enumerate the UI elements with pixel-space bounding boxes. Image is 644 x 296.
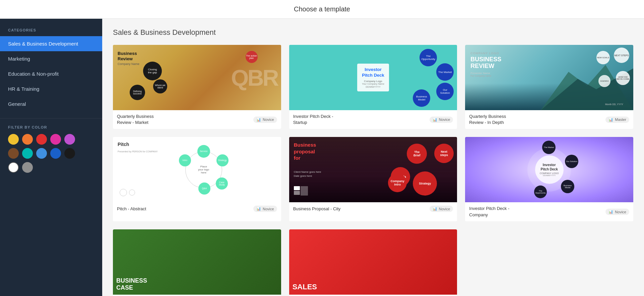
pitch-bubble-bizmodel: BusinessModel [413,89,430,107]
pitch-node-intro: Intro [179,154,191,166]
investor-node-solution: Our Solution [565,155,578,168]
color-swatch-blue-light[interactable] [36,148,47,159]
sidebar-item-sales[interactable]: Sales & Business Development [0,36,102,51]
header: Choose a template [0,0,644,19]
sidebar-item-general[interactable]: General [0,96,102,112]
level-icon-5: 📊 [433,207,437,211]
qbr-circle-action: The actionplan [246,51,258,63]
color-swatch-purple[interactable] [64,134,75,145]
template-card-info-biz-proposal: Business Proposal - City 📊 Novice [289,202,457,215]
template-thumb-qbr-indepth: COMPANY LOGO BUSINESSREVIEW Presenter Na… [465,45,633,110]
filter-label: FILTER BY COLOR [0,125,102,134]
svg-rect-3 [294,191,300,195]
pitch-bubble-solution: OurSolution [436,83,454,100]
template-thumb-sales: SALES [289,229,457,295]
sidebar-item-marketing[interactable]: Marketing [0,51,102,66]
template-thumb-investor-company: InvestorPitch Deck COMPANY LOGO DD/MM/YY… [465,137,633,202]
template-name-investor-company: Investor Pitch Deck -Company [469,206,509,218]
template-card-info-qbr-market: Quarterly BusinessReview - Market 📊 Novi… [113,110,281,129]
template-thumb-biz-proposal: Businessproposalfor Client Name goes her… [289,137,457,202]
sidebar: CATEGORIES Sales & Business Development … [0,19,102,296]
pitch-bubble-opportunity: TheOpportunity [420,49,437,66]
color-swatch-yellow[interactable] [8,134,19,145]
pitch-white-box: InvestorPitch Deck Company Logo Your Com… [357,64,389,91]
sidebar-item-education[interactable]: Education & Non-profit [0,66,102,81]
template-card-info-pitch-abstract: Pitch - Abstract 📊 Novice [113,202,281,215]
template-card-info-sales: Sales Deck 📊 Novice [289,295,457,296]
sidebar-item-hr[interactable]: HR & Training [0,81,102,96]
pitch-ring-diagram: Placeyour logohere Service Strategy Case… [185,151,222,188]
template-thumb-qbr-market: QBR BusinessReview Company Name Closingt… [113,45,281,110]
page-title: Choose a template [294,5,350,13]
template-level-biz-proposal: 📊 Novice [430,206,453,212]
template-card-sales[interactable]: SALES Sales Deck 📊 Novice [289,229,457,296]
svg-rect-4 [301,186,308,196]
qbr-depth-title-area: COMPANY LOGO BUSINESSREVIEW Presenter Na… [470,52,501,77]
template-name-qbr-indepth: Quarterly BusinessReview - In Depth [469,114,506,126]
investor-node-bizmodel: Business Model [561,180,574,193]
template-card-biz-case[interactable]: BUSINESSCASE Business Case 📊 Novice [113,229,281,296]
qbr-depth-circle-goals: NEW GOALS [596,51,610,64]
template-name-biz-proposal: Business Proposal - City [293,206,341,212]
main-layout: CATEGORIES Sales & Business Development … [0,19,644,296]
qbr-circle-closing: Closingthe gap [143,62,162,80]
investor-node-market: The Market [542,141,556,154]
pitch-node-qa: Q&A [198,182,210,195]
level-icon-4: 📊 [256,207,261,211]
template-level-investor-company: 📊 Novice [605,209,629,215]
pitch-small-circles [120,189,135,196]
level-icon-3: 📊 [608,118,613,122]
pitch-node-strategy: Strategy [216,154,229,166]
template-card-qbr-indepth[interactable]: COMPANY LOGO BUSINESSREVIEW Presenter Na… [465,45,633,129]
qbr-depth-circle-agenda: AGENDA [598,75,610,87]
sidebar-divider [0,118,102,119]
categories-label: CATEGORIES [0,19,102,36]
template-card-pitch-abstract[interactable]: Pitch Presented by PERSON for COMPANY Pl… [113,137,281,221]
section-title: Sales & Business Development [113,28,633,37]
level-icon: 📊 [256,118,261,122]
color-swatch-teal[interactable] [22,148,33,159]
qbr-depth-circle-next: NEXT STEPS [614,48,629,63]
sales-title-text: SALES [293,283,317,291]
biz-proposal-date: Date goes here [294,174,312,177]
template-card-investor-company[interactable]: InvestorPitch Deck COMPANY LOGO DD/MM/YY… [465,137,633,221]
color-swatch-black[interactable] [64,148,75,159]
qbr-circle-where: Where westand [153,79,167,93]
color-swatch-gray[interactable] [22,162,33,173]
color-swatch-orange[interactable] [22,134,33,145]
color-swatch-blue-dark[interactable] [50,148,61,159]
template-card-info-biz-case: Business Case 📊 Novice [113,295,281,296]
template-thumb-biz-case: BUSINESSCASE [113,229,281,295]
content-area: Sales & Business Development QBR Busines… [102,19,644,296]
investor-inner-title: InvestorPitch Deck [541,163,558,171]
template-level-qbr-market: 📊 Novice [253,117,277,123]
template-card-investor-startup[interactable]: InvestorPitch Deck Company Logo Your Com… [289,45,457,129]
color-swatch-red[interactable] [36,134,47,145]
investor-ring-inner: InvestorPitch Deck COMPANY LOGO DD/MM/YY… [535,155,564,184]
level-icon-6: 📊 [608,210,613,214]
color-swatch-pink[interactable] [50,134,61,145]
biz-logo-placeholder [294,186,308,197]
investor-node-opportunity: The Opportunity [534,186,547,198]
biz-case-title-text: BUSINESSCASE [116,277,147,291]
qbr-circle-defining: Definingsuccess [130,85,145,100]
pitch-bubble-market: The Market [436,63,454,81]
investor-ring-diagram: InvestorPitch Deck COMPANY LOGO DD/MM/YY… [527,148,571,192]
template-thumb-investor-startup: InvestorPitch Deck Company Logo Your Com… [289,45,457,110]
qbr-depth-date: Month DD, YYYY [605,103,623,105]
template-card-qbr-market[interactable]: QBR BusinessReview Company Name Closingt… [113,45,281,129]
svg-rect-2 [294,186,300,190]
color-swatch-brown[interactable] [8,148,19,159]
template-name-investor-startup: Investor Pitch Deck -Startup [293,114,333,126]
qbr-depth-circle-how: HOW FAR WE'VE COME [616,71,630,85]
color-swatch-white[interactable] [8,162,19,173]
template-name-qbr-market: Quarterly BusinessReview - Market [117,114,154,126]
template-level-pitch-abstract: 📊 Novice [253,206,277,212]
qbr-bg-letters: QBR [231,65,278,91]
pitch-node-casestudy: CaseStudy [216,177,228,190]
biz-proposal-title-text: Businessproposalfor [294,142,337,161]
level-icon-2: 📊 [433,118,437,122]
template-name-pitch-abstract: Pitch - Abstract [117,206,146,212]
template-card-biz-proposal[interactable]: Businessproposalfor Client Name goes her… [289,137,457,221]
pitch-abstract-title-text: Pitch [118,142,129,147]
